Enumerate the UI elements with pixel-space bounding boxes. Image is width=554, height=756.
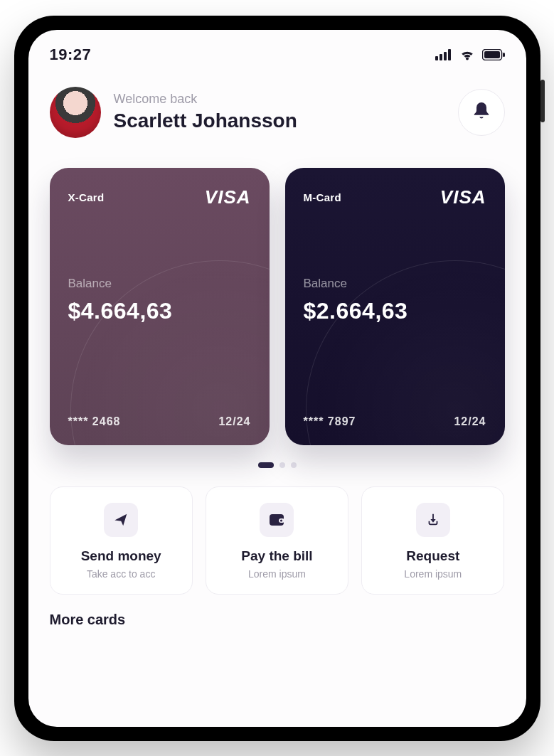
svg-rect-6 xyxy=(503,53,505,57)
status-bar: 19:27 xyxy=(28,30,526,70)
carousel-dot[interactable] xyxy=(258,462,274,468)
card-number-masked: **** 7897 xyxy=(304,415,356,428)
svg-rect-1 xyxy=(440,54,442,60)
card-x[interactable]: X-Card VISA Balance $4.664,63 **** 2468 … xyxy=(50,168,270,445)
card-name: X-Card xyxy=(68,191,105,203)
action-subtitle: Lorem ipsum xyxy=(404,568,462,580)
visa-logo: VISA xyxy=(440,186,486,208)
notifications-button[interactable] xyxy=(458,89,505,136)
user-name: Scarlett Johansson xyxy=(114,110,445,132)
avatar[interactable] xyxy=(50,87,101,138)
request-action[interactable]: Request Lorem ipsum xyxy=(361,486,504,595)
action-title: Send money xyxy=(81,548,161,564)
balance-amount: $4.664,63 xyxy=(68,298,251,324)
action-subtitle: Take acc to acc xyxy=(87,568,156,580)
action-subtitle: Lorem ipsum xyxy=(248,568,306,580)
download-icon xyxy=(416,503,450,537)
card-m[interactable]: M-Card VISA Balance $2.664,63 **** 7897 … xyxy=(285,168,505,445)
quick-actions: Send money Take acc to acc Pay the bill … xyxy=(28,468,526,595)
svg-rect-0 xyxy=(435,56,438,60)
svg-rect-2 xyxy=(444,52,447,60)
action-title: Pay the bill xyxy=(241,548,312,564)
carousel-dot[interactable] xyxy=(279,462,285,468)
signal-icon xyxy=(435,49,452,60)
carousel-dot[interactable] xyxy=(291,462,297,468)
status-time: 19:27 xyxy=(50,46,92,64)
action-title: Request xyxy=(406,548,459,564)
bell-icon xyxy=(472,101,491,124)
card-expiry: 12/24 xyxy=(454,415,486,428)
svg-point-9 xyxy=(280,519,282,521)
pay-bill-action[interactable]: Pay the bill Lorem ipsum xyxy=(206,486,348,595)
screen: 19:27 Welcome back Scarlett Johansson xyxy=(28,30,526,727)
status-icons xyxy=(435,49,505,60)
visa-logo: VISA xyxy=(205,186,251,208)
balance-label: Balance xyxy=(304,277,486,291)
welcome-text: Welcome back xyxy=(114,92,445,107)
paper-plane-icon xyxy=(104,503,138,537)
header: Welcome back Scarlett Johansson xyxy=(28,70,526,142)
card-number-masked: **** 2468 xyxy=(68,415,121,428)
card-name: M-Card xyxy=(304,191,341,203)
welcome-block: Welcome back Scarlett Johansson xyxy=(114,92,445,132)
battery-icon xyxy=(482,49,505,60)
card-expiry: 12/24 xyxy=(218,415,250,428)
cards-carousel[interactable]: X-Card VISA Balance $4.664,63 **** 2468 … xyxy=(28,142,526,452)
balance-label: Balance xyxy=(68,277,251,291)
device-frame: 19:27 Welcome back Scarlett Johansson xyxy=(14,16,540,741)
svg-rect-5 xyxy=(484,51,500,58)
wifi-icon xyxy=(459,49,475,60)
send-money-action[interactable]: Send money Take acc to acc xyxy=(50,486,193,595)
more-cards-heading: More cards xyxy=(28,595,526,628)
balance-amount: $2.664,63 xyxy=(304,298,486,324)
svg-rect-3 xyxy=(448,49,451,60)
wallet-icon xyxy=(260,503,294,537)
carousel-dots[interactable] xyxy=(28,452,526,468)
